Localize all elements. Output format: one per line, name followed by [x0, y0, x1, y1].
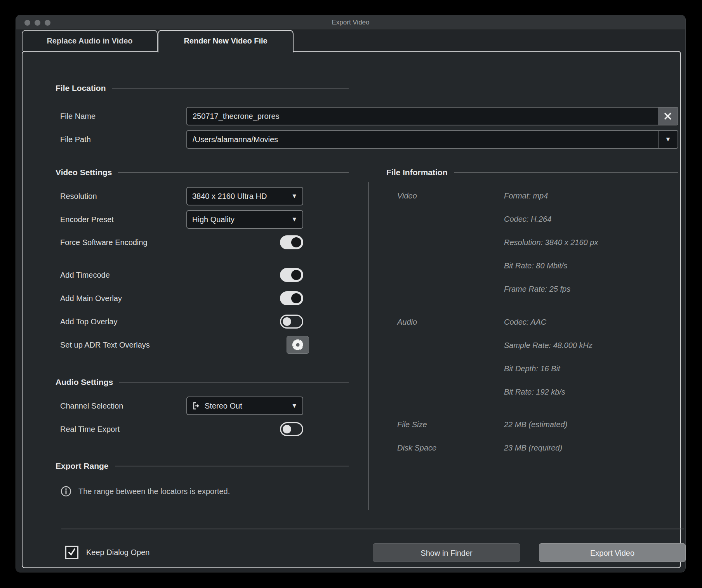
- file-path-input[interactable]: [187, 131, 659, 148]
- channel-selection-label: Channel Selection: [60, 401, 123, 411]
- file-size-value: 22 MB (estimated): [504, 420, 567, 429]
- file-location-section-header: File Location: [56, 83, 349, 93]
- section-title: File Information: [386, 168, 448, 177]
- clear-file-name-button[interactable]: [658, 108, 678, 125]
- encoder-preset-label: Encoder Preset: [60, 215, 114, 224]
- file-name-label: File Name: [60, 111, 96, 121]
- minimize-window-button[interactable]: [35, 20, 40, 26]
- file-path-field: ▼: [186, 130, 678, 149]
- section-title: Video Settings: [56, 168, 112, 177]
- video-settings-section-header: Video Settings: [56, 167, 349, 177]
- file-name-input[interactable]: [187, 108, 659, 125]
- file-name-field: [186, 107, 678, 125]
- real-time-export-label: Real Time Export: [60, 424, 120, 434]
- section-title: File Location: [56, 84, 106, 93]
- audio-settings-section-header: Audio Settings: [56, 377, 349, 387]
- toggle-knob: [283, 425, 291, 433]
- x-icon: [664, 112, 672, 120]
- resolution-label: Resolution: [60, 191, 97, 201]
- file-info-video-label: Video: [397, 191, 417, 200]
- toggle-knob: [283, 317, 291, 326]
- add-main-overlay-toggle[interactable]: [280, 291, 303, 305]
- file-info-video-row: Codec: H.264: [504, 214, 551, 224]
- force-software-encoding-toggle[interactable]: [280, 235, 303, 249]
- section-title: Export Range: [56, 461, 109, 471]
- add-top-overlay-label: Add Top Overlay: [60, 317, 118, 326]
- channel-selection-select[interactable]: Stereo Out ▼: [186, 397, 303, 415]
- section-divider: [112, 88, 349, 89]
- toggle-knob: [291, 237, 301, 247]
- dialog-content: File Location File Name File Path ▼: [22, 51, 681, 568]
- close-window-button[interactable]: [24, 20, 30, 26]
- disk-space-value: 23 MB (required): [504, 443, 562, 452]
- file-info-video-row: Resolution: 3840 x 2160 px: [504, 238, 598, 247]
- real-time-export-toggle[interactable]: [280, 422, 303, 436]
- gear-icon: [292, 339, 304, 351]
- file-information-section-header: File Information: [386, 167, 678, 177]
- add-main-overlay-label: Add Main Overlay: [60, 294, 122, 303]
- section-title: Audio Settings: [56, 378, 113, 387]
- export-range-info: The range between the locators is export…: [61, 486, 230, 497]
- export-video-window: Export Video Replace Audio in Video Rend…: [16, 15, 686, 572]
- add-top-overlay-toggle[interactable]: [280, 315, 303, 329]
- resolution-select[interactable]: 3840 x 2160 Ultra HD ▼: [186, 187, 303, 205]
- output-arrow-icon: [192, 402, 201, 410]
- section-divider: [119, 382, 349, 383]
- disk-space-label: Disk Space: [397, 443, 436, 452]
- checkmark-icon: [68, 548, 76, 557]
- show-in-finder-button[interactable]: Show in Finder: [373, 543, 520, 562]
- file-info-video-row: Bit Rate: 80 Mbit/s: [504, 261, 567, 270]
- add-timecode-label: Add Timecode: [60, 270, 110, 280]
- adr-overlays-label: Set up ADR Text Overlays: [60, 340, 150, 350]
- adr-overlays-settings-button[interactable]: [287, 336, 309, 354]
- encoder-preset-value: High Quality: [192, 215, 235, 224]
- section-divider: [454, 172, 679, 173]
- triangle-down-icon: ▼: [291, 193, 297, 199]
- channel-selection-value: Stereo Out: [205, 402, 242, 411]
- file-info-audio-label: Audio: [397, 317, 417, 327]
- file-info-video-row: Format: mp4: [504, 191, 548, 200]
- export-video-button[interactable]: Export Video: [539, 543, 686, 562]
- file-info-audio-row: Sample Rate: 48.000 kHz: [504, 341, 593, 350]
- export-range-info-text: The range between the locators is export…: [78, 487, 230, 496]
- zoom-window-button[interactable]: [45, 20, 50, 26]
- file-info-audio-row: Codec: AAC: [504, 317, 546, 327]
- footer-divider: [61, 529, 684, 529]
- toggle-knob: [291, 293, 301, 303]
- triangle-down-icon: ▼: [291, 403, 297, 409]
- triangle-down-icon: ▼: [291, 216, 297, 223]
- keep-dialog-open-label: Keep Dialog Open: [86, 548, 149, 557]
- export-range-section-header: Export Range: [56, 461, 349, 471]
- force-software-encoding-label: Force Software Encoding: [60, 238, 148, 247]
- section-divider: [115, 466, 349, 466]
- file-path-dropdown-button[interactable]: ▼: [658, 131, 678, 148]
- encoder-preset-select[interactable]: High Quality ▼: [186, 210, 303, 229]
- resolution-value: 3840 x 2160 Ultra HD: [192, 192, 267, 201]
- screen: Export Video Replace Audio in Video Rend…: [0, 0, 702, 588]
- window-title: Export Video: [16, 15, 685, 30]
- section-divider: [118, 172, 349, 173]
- file-info-audio-row: Bit Depth: 16 Bit: [504, 364, 560, 373]
- keep-dialog-open-checkbox[interactable]: [65, 546, 78, 559]
- titlebar: Export Video: [16, 15, 685, 30]
- file-path-label: File Path: [60, 135, 91, 144]
- info-circle-icon: [61, 486, 71, 497]
- tab-replace-audio-in-video[interactable]: Replace Audio in Video: [22, 30, 158, 51]
- file-information-column-divider: [368, 182, 369, 510]
- file-info-audio-row: Bit Rate: 192 kb/s: [504, 387, 565, 397]
- toggle-knob: [291, 270, 301, 280]
- tab-render-new-video-file[interactable]: Render New Video File: [158, 30, 294, 52]
- file-size-label: File Size: [397, 420, 427, 429]
- triangle-down-icon: ▼: [665, 136, 671, 143]
- file-info-video-row: Frame Rate: 25 fps: [504, 284, 570, 294]
- add-timecode-toggle[interactable]: [280, 268, 303, 282]
